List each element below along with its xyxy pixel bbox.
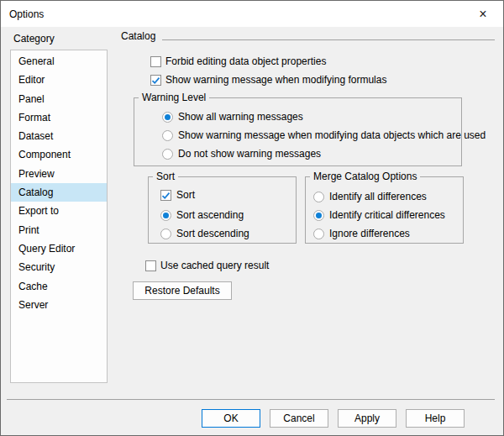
sort-groupbox: Sort Sort Sort ascending Sort descending: [148, 176, 297, 244]
restore-defaults-button[interactable]: Restore Defaults: [133, 281, 232, 300]
radio-ignore-differences[interactable]: [313, 229, 324, 239]
radio-warn-when-used-label[interactable]: Show warning message when modifying data…: [178, 129, 486, 142]
radio-sort-ascending[interactable]: [160, 210, 171, 221]
radio-no-warnings[interactable]: [162, 149, 173, 160]
sidebar-item-export-to[interactable]: Export to: [11, 202, 107, 220]
section-title: Catalog: [121, 30, 155, 42]
radio-dot-icon: [316, 213, 322, 218]
sidebar-item-preview[interactable]: Preview: [11, 165, 107, 183]
sort-checkbox-label[interactable]: Sort: [176, 189, 195, 202]
sidebar-item-general[interactable]: General: [11, 52, 107, 71]
window-title: Options: [9, 8, 44, 20]
sidebar-item-server[interactable]: Server: [11, 296, 107, 314]
forbid-editing-label[interactable]: Forbid editing data object properties: [165, 55, 326, 68]
warning-level-title: Warning Level: [139, 92, 209, 103]
checkmark-icon: [151, 76, 160, 85]
sort-title: Sort: [153, 171, 178, 182]
use-cached-checkbox[interactable]: [145, 260, 156, 271]
sidebar-item-dataset[interactable]: Dataset: [11, 127, 107, 145]
sidebar-item-print[interactable]: Print: [11, 221, 107, 239]
close-button[interactable]: ×: [468, 1, 498, 27]
radio-dot-icon: [165, 114, 171, 120]
radio-identify-all-differences-label[interactable]: Identify all differences: [329, 191, 427, 203]
warning-level-groupbox: Warning Level Show all warning messages …: [134, 97, 462, 166]
radio-dot-icon: [163, 213, 169, 218]
restore-defaults-label: Restore Defaults: [144, 285, 219, 297]
radio-identify-critical-differences-label[interactable]: Identify critical differences: [329, 209, 445, 222]
sidebar-item-cache[interactable]: Cache: [11, 277, 107, 296]
cancel-button[interactable]: Cancel: [270, 409, 328, 428]
radio-show-all-warnings-label[interactable]: Show all warning messages: [178, 111, 303, 123]
radio-show-all-warnings[interactable]: [162, 112, 173, 123]
sidebar-item-panel[interactable]: Panel: [11, 90, 107, 108]
apply-button[interactable]: Apply: [338, 409, 396, 428]
close-icon: ×: [479, 7, 486, 22]
radio-identify-critical-differences[interactable]: [313, 210, 324, 221]
sort-checkbox[interactable]: [160, 190, 171, 201]
show-warning-checkbox[interactable]: [150, 75, 161, 86]
sidebar-item-security[interactable]: Security: [11, 258, 107, 276]
sidebar-item-component[interactable]: Component: [11, 145, 107, 164]
titlebar: Options ×: [1, 1, 503, 27]
cancel-button-label: Cancel: [283, 412, 314, 424]
help-button-label: Help: [425, 412, 446, 424]
merge-catalog-title: Merge Catalog Options: [310, 171, 420, 182]
radio-sort-descending-label[interactable]: Sort descending: [176, 228, 249, 240]
checkmark-icon: [161, 191, 171, 200]
ok-button[interactable]: OK: [202, 409, 260, 428]
footer-divider: [7, 399, 495, 400]
apply-button-label: Apply: [354, 412, 380, 424]
section-rule: [162, 39, 495, 40]
radio-identify-all-differences[interactable]: [313, 192, 324, 202]
radio-sort-descending[interactable]: [160, 229, 171, 239]
sidebar-item-query-editor[interactable]: Query Editor: [11, 239, 107, 258]
help-button[interactable]: Help: [406, 409, 465, 428]
category-listbox: General Editor Panel Format Dataset Comp…: [10, 50, 108, 383]
sidebar-item-catalog[interactable]: Catalog: [11, 183, 107, 202]
category-label: Category: [13, 33, 55, 45]
use-cached-label[interactable]: Use cached query result: [160, 260, 269, 272]
ok-button-label: OK: [223, 412, 238, 424]
sidebar-item-format[interactable]: Format: [11, 108, 107, 127]
radio-warn-when-used[interactable]: [162, 130, 173, 141]
merge-catalog-groupbox: Merge Catalog Options Identify all diffe…: [305, 176, 464, 244]
radio-sort-ascending-label[interactable]: Sort ascending: [176, 209, 244, 222]
options-dialog: Options × Category General Editor Panel …: [0, 0, 504, 436]
radio-no-warnings-label[interactable]: Do not show warning messages: [178, 148, 321, 160]
forbid-editing-checkbox[interactable]: [150, 56, 161, 67]
radio-ignore-differences-label[interactable]: Ignore differences: [329, 228, 410, 240]
show-warning-label[interactable]: Show warning message when modifying form…: [165, 74, 386, 87]
sidebar-item-editor[interactable]: Editor: [11, 71, 107, 89]
